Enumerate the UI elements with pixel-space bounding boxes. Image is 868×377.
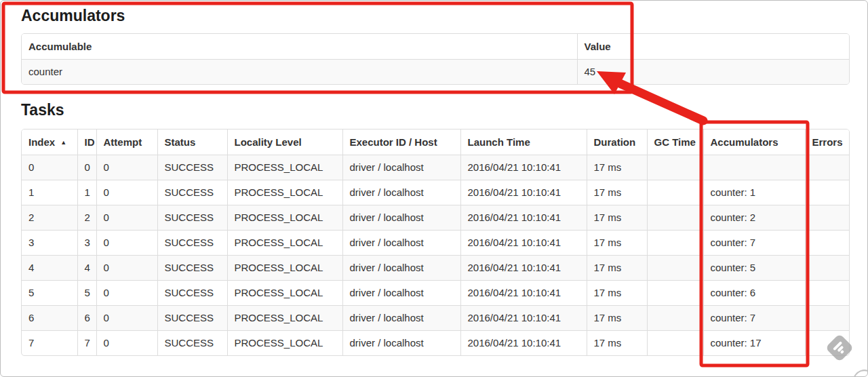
- cell-status: SUCCESS: [157, 155, 227, 180]
- cell-status: SUCCESS: [157, 230, 227, 255]
- tasks-table: Index▲ ID Attempt Status Locality Level …: [22, 130, 850, 355]
- cell-accumulators: counter: 6: [703, 280, 805, 305]
- tasks-table-wrap: Index▲ ID Attempt Status Locality Level …: [21, 129, 850, 356]
- cell-gc-time: [647, 280, 703, 305]
- cell-locality: PROCESS_LOCAL: [227, 305, 342, 330]
- cell-executor: driver / localhost: [342, 155, 460, 180]
- cell-executor: driver / localhost: [342, 305, 460, 330]
- header-index[interactable]: Index▲: [22, 130, 77, 155]
- table-row: counter 45: [22, 59, 850, 84]
- cell-accumulators: counter: 7: [703, 230, 805, 255]
- cell-executor: driver / localhost: [342, 230, 460, 255]
- accumulators-section-title: Accumulators: [21, 7, 125, 25]
- cell-executor: driver / localhost: [342, 205, 460, 230]
- header-executor-id-host[interactable]: Executor ID / Host: [342, 130, 460, 155]
- header-errors[interactable]: Errors: [805, 130, 850, 155]
- cell-locality: PROCESS_LOCAL: [227, 330, 342, 355]
- accumulators-table-wrap: Accumulable Value counter 45: [21, 33, 850, 85]
- cell-locality: PROCESS_LOCAL: [227, 255, 342, 280]
- cell-locality: PROCESS_LOCAL: [227, 155, 342, 180]
- cell-accumulators: counter: 1: [703, 180, 805, 205]
- header-gc-time[interactable]: GC Time: [647, 130, 703, 155]
- annotation-arrow-shaft: [620, 83, 703, 121]
- cell-id: 1: [77, 180, 96, 205]
- cell-accumulators: counter: 17: [703, 330, 805, 355]
- header-id[interactable]: ID: [77, 130, 96, 155]
- cell-gc-time: [647, 305, 703, 330]
- cell-id: 7: [77, 330, 96, 355]
- cell-duration: 17 ms: [587, 305, 647, 330]
- cell-gc-time: [647, 330, 703, 355]
- table-header-row: Accumulable Value: [22, 34, 850, 59]
- header-status[interactable]: Status: [157, 130, 227, 155]
- cell-locality: PROCESS_LOCAL: [227, 280, 342, 305]
- cell-id: 4: [77, 255, 96, 280]
- table-row: 2 2 0 SUCCESS PROCESS_LOCAL driver / loc…: [22, 205, 850, 230]
- cell-accumulators: counter: 2: [703, 205, 805, 230]
- cell-gc-time: [647, 180, 703, 205]
- header-accumulators[interactable]: Accumulators: [703, 130, 805, 155]
- cell-locality: PROCESS_LOCAL: [227, 230, 342, 255]
- cell-status: SUCCESS: [157, 280, 227, 305]
- cell-executor: driver / localhost: [342, 180, 460, 205]
- header-launch-time[interactable]: Launch Time: [460, 130, 587, 155]
- cell-gc-time: [647, 255, 703, 280]
- cell-errors: [805, 180, 850, 205]
- table-row: 1 1 0 SUCCESS PROCESS_LOCAL driver / loc…: [22, 180, 850, 205]
- cell-launch: 2016/04/21 10:10:41: [460, 205, 587, 230]
- cell-errors: [805, 330, 850, 355]
- cell-index: 3: [22, 230, 77, 255]
- sort-asc-icon: ▲: [60, 139, 66, 146]
- cell-duration: 17 ms: [587, 205, 647, 230]
- cell-attempt: 0: [96, 155, 157, 180]
- cell-value: 45: [577, 59, 850, 84]
- header-value: Value: [577, 34, 850, 59]
- cell-id: 0: [77, 155, 96, 180]
- cell-errors: [805, 205, 850, 230]
- table-row: 7 7 0 SUCCESS PROCESS_LOCAL driver / loc…: [22, 330, 850, 355]
- cell-executor: driver / localhost: [342, 280, 460, 305]
- cell-accumulators: [703, 155, 805, 180]
- cell-errors: [805, 280, 850, 305]
- cell-index: 1: [22, 180, 77, 205]
- cell-duration: 17 ms: [587, 180, 647, 205]
- header-duration[interactable]: Duration: [587, 130, 647, 155]
- table-row: 3 3 0 SUCCESS PROCESS_LOCAL driver / loc…: [22, 230, 850, 255]
- cell-gc-time: [647, 155, 703, 180]
- cell-id: 2: [77, 205, 96, 230]
- cell-status: SUCCESS: [157, 255, 227, 280]
- cell-attempt: 0: [96, 305, 157, 330]
- cell-accumulable: counter: [22, 59, 577, 84]
- cell-gc-time: [647, 230, 703, 255]
- cell-executor: driver / localhost: [342, 330, 460, 355]
- cell-attempt: 0: [96, 230, 157, 255]
- table-row: 4 4 0 SUCCESS PROCESS_LOCAL driver / loc…: [22, 255, 850, 280]
- cell-launch: 2016/04/21 10:10:41: [460, 330, 587, 355]
- watermark-squiggle: [854, 370, 868, 377]
- cell-index: 7: [22, 330, 77, 355]
- header-accumulable: Accumulable: [22, 34, 577, 59]
- cell-launch: 2016/04/21 10:10:41: [460, 180, 587, 205]
- table-row: 5 5 0 SUCCESS PROCESS_LOCAL driver / loc…: [22, 280, 850, 305]
- cell-status: SUCCESS: [157, 330, 227, 355]
- header-locality-level[interactable]: Locality Level: [227, 130, 342, 155]
- cell-index: 2: [22, 205, 77, 230]
- cell-index: 6: [22, 305, 77, 330]
- page-frame: Accumulators Accumulable Value counter 4…: [0, 0, 868, 377]
- cell-status: SUCCESS: [157, 305, 227, 330]
- header-attempt[interactable]: Attempt: [96, 130, 157, 155]
- cell-id: 3: [77, 230, 96, 255]
- cell-errors: [805, 230, 850, 255]
- cell-launch: 2016/04/21 10:10:41: [460, 305, 587, 330]
- table-header-row: Index▲ ID Attempt Status Locality Level …: [22, 130, 850, 155]
- cell-duration: 17 ms: [587, 155, 647, 180]
- cell-index: 4: [22, 255, 77, 280]
- cell-duration: 17 ms: [587, 255, 647, 280]
- cell-id: 5: [77, 280, 96, 305]
- cell-locality: PROCESS_LOCAL: [227, 205, 342, 230]
- cell-status: SUCCESS: [157, 180, 227, 205]
- cell-attempt: 0: [96, 205, 157, 230]
- cell-accumulators: counter: 5: [703, 255, 805, 280]
- cell-launch: 2016/04/21 10:10:41: [460, 255, 587, 280]
- cell-duration: 17 ms: [587, 280, 647, 305]
